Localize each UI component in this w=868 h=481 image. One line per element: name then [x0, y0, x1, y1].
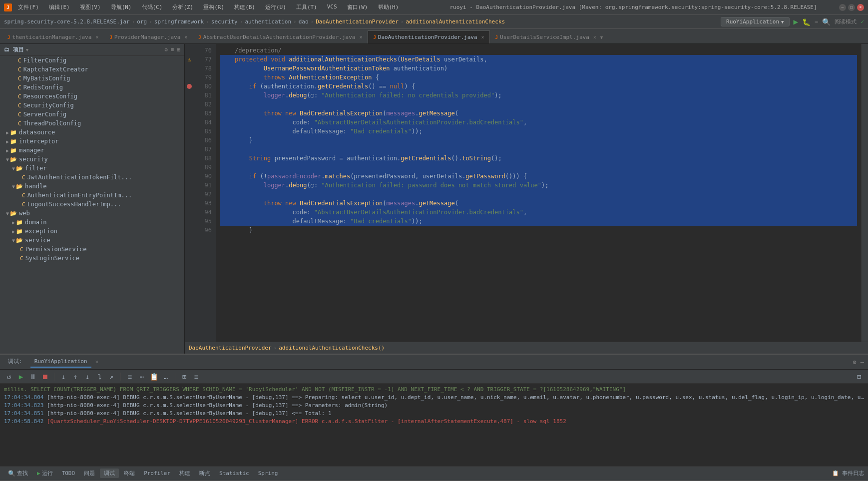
nav-org[interactable]: org — [137, 18, 147, 25]
run-toolbar-button[interactable]: ▶ 运行 — [33, 469, 57, 478]
tab-close-icon[interactable]: × — [359, 34, 362, 40]
run-button[interactable]: ▶ — [794, 17, 799, 26]
step-over-button[interactable]: ↓ — [58, 372, 68, 382]
tree-item-auth-entry-point[interactable]: C AuthenticationEntryPointIm... — [0, 191, 184, 200]
debug-output[interactable]: millis. SELECT COUNT(TRIGGER_NAME) FROM … — [0, 384, 868, 466]
sidebar-expand-icon[interactable]: ⊞ — [177, 46, 180, 53]
tree-item-datasource[interactable]: ▶ 📁 datasource — [0, 128, 184, 137]
restart-button[interactable]: ↺ — [4, 372, 14, 382]
tree-item-web[interactable]: ▼ 📂 web — [0, 209, 184, 218]
tree-item-service[interactable]: ▼ 📂 service — [0, 236, 184, 245]
run-config-selector[interactable]: RuoYiApplication ▼ — [721, 17, 789, 26]
tree-item-manager[interactable]: ▶ 📁 manager — [0, 146, 184, 155]
panel-settings-icon[interactable]: ⚙ — [853, 359, 857, 366]
project-chevron[interactable]: ▼ — [26, 47, 28, 52]
tree-item-domain[interactable]: ▶ 📁 domain — [0, 218, 184, 227]
todo-button[interactable]: TODO — [58, 469, 79, 478]
terminal-button[interactable]: 终端 — [120, 469, 139, 478]
statistic-button[interactable]: Statistic — [215, 469, 253, 478]
nav-authentication[interactable]: authentication — [245, 18, 291, 25]
tree-item-jwt-filter[interactable]: C JwtAuthenticationTokenFilt... — [0, 173, 184, 182]
tree-item-filter-config[interactable]: C FilterConfig — [0, 56, 184, 65]
nav-security[interactable]: security — [211, 18, 238, 25]
tree-item-filter[interactable]: ▼ 📂 filter — [0, 164, 184, 173]
chevron-down-icon[interactable]: ▼ — [600, 35, 603, 40]
problems-button[interactable]: 问题 — [80, 469, 99, 478]
nav-class[interactable]: DaoAuthenticationProvider — [316, 18, 399, 25]
copy-button[interactable]: 📋 — [149, 372, 159, 382]
tree-item-server[interactable]: C ServerConfig — [0, 110, 184, 119]
debug-button[interactable]: 🐛 — [802, 18, 811, 26]
tree-item-logout-handler[interactable]: C LogoutSuccessHandlerImp... — [0, 200, 184, 209]
right-scrollbar[interactable] — [861, 44, 868, 342]
sidebar-settings-icon[interactable]: ⚙ — [164, 46, 168, 53]
table-view-button[interactable]: ⊞ — [179, 372, 189, 382]
pause-button[interactable]: ⏸ — [28, 372, 38, 382]
menu-file[interactable]: 文件(F) — [16, 2, 41, 12]
reader-mode-label[interactable]: 阅读模式 — [835, 18, 857, 25]
nav-method[interactable]: additionalAuthenticationChecks — [406, 18, 505, 25]
close-button[interactable]: × — [857, 4, 864, 11]
tree-item-security-config[interactable]: C SecurityConfig — [0, 101, 184, 110]
menu-help[interactable]: 帮助(H) — [376, 2, 401, 12]
build-button[interactable]: 构建 — [175, 469, 194, 478]
minimize-button[interactable]: — — [839, 4, 846, 11]
tree-item-sys-login-service[interactable]: C SysLoginService — [0, 254, 184, 263]
breakpoint-icon[interactable] — [187, 84, 192, 89]
nav-dao[interactable]: dao — [299, 18, 309, 25]
tab-close-icon[interactable]: × — [481, 34, 484, 40]
checkmark-icon[interactable]: ✓ — [861, 18, 864, 25]
tab-close-icon[interactable]: × — [95, 34, 98, 40]
menu-tools[interactable]: 工具(T) — [294, 2, 319, 12]
more-run-options[interactable]: ⋯ — [815, 18, 818, 25]
sidebar-collapse-icon[interactable]: ≡ — [171, 46, 174, 53]
tab-close-icon[interactable]: × — [593, 34, 596, 40]
tree-item-exception[interactable]: ▶ 📁 exception — [0, 227, 184, 236]
tree-item-redis[interactable]: C RedisConfig — [0, 83, 184, 92]
stop-button[interactable]: ⏹ — [40, 372, 50, 382]
menu-edit[interactable]: 编辑(E) — [47, 2, 72, 12]
tree-item-mybatis[interactable]: C MyBatisConfig — [0, 74, 184, 83]
step-into-button[interactable]: ↑ — [70, 372, 80, 382]
code-content[interactable]: /deprecation/ protected void additionalA… — [216, 44, 861, 342]
maximize-button[interactable]: □ — [848, 4, 855, 11]
step-out-button[interactable]: ↓ — [82, 372, 92, 382]
tab-dao-auth-provider[interactable]: J DaoAuthenticationProvider.java × — [368, 30, 489, 43]
tree-item-resources[interactable]: C ResourcesConfig — [0, 92, 184, 101]
nav-springframework[interactable]: springframework — [154, 18, 204, 25]
menu-build[interactable]: 构建(B) — [232, 2, 257, 12]
tree-item-kaptcha[interactable]: C KaptchaTextCreator — [0, 65, 184, 74]
run-to-cursor-button[interactable]: ⤵ — [94, 372, 104, 382]
menu-view[interactable]: 视图(V) — [78, 2, 103, 12]
tab-authentication-manager[interactable]: J thenticationManager.java × — [2, 30, 104, 43]
menu-window[interactable]: 窗口(W) — [345, 2, 370, 12]
tree-item-threadpool[interactable]: C ThreadPoolConfig — [0, 119, 184, 128]
menu-code[interactable]: 代码(C) — [140, 2, 165, 12]
evaluate-button[interactable]: ↗ — [106, 372, 116, 382]
tree-item-handle[interactable]: ▼ 📂 handle — [0, 182, 184, 191]
method-breadcrumb[interactable]: additionalAuthenticationChecks() — [279, 345, 385, 351]
menu-vcs[interactable]: VCS — [325, 2, 339, 12]
search-everywhere-icon[interactable]: 🔍 — [822, 18, 831, 26]
debug-tab-app[interactable]: RuoYiApplication — [30, 356, 91, 368]
debug-toolbar-btn[interactable]: 调试 — [100, 469, 119, 478]
menu-nav[interactable]: 导航(N) — [109, 2, 134, 12]
settings-button[interactable]: ≡ — [125, 372, 135, 382]
panel-layout-button[interactable]: ⊟ — [854, 372, 864, 382]
tab-user-details-service[interactable]: J UserDetailsServiceImpl.java × ▼ — [490, 30, 609, 43]
menu-refactor[interactable]: 重构(R) — [201, 2, 226, 12]
menu-analyze[interactable]: 分析(Z) — [170, 2, 195, 12]
breakpoints-button[interactable]: 断点 — [195, 469, 214, 478]
profiler-button[interactable]: Profiler — [140, 469, 174, 478]
menu-run[interactable]: 运行(U) — [263, 2, 288, 12]
nav-jar[interactable]: spring-security-core-5.2.8.RELEASE.jar — [4, 18, 130, 25]
more-button[interactable]: ⋯ — [137, 372, 147, 382]
filter-button[interactable]: … — [161, 372, 171, 382]
tree-item-interceptor[interactable]: ▶ 📁 interceptor — [0, 137, 184, 146]
tree-item-security[interactable]: ▼ 📂 security — [0, 155, 184, 164]
spring-button[interactable]: Spring — [254, 469, 282, 478]
list-view-button[interactable]: ≡ — [191, 372, 201, 382]
tab-provider-manager[interactable]: J ProviderManager.java × — [104, 30, 193, 43]
class-breadcrumb[interactable]: DaoAuthenticationProvider — [189, 345, 272, 351]
tab-close-icon[interactable]: × — [184, 34, 187, 40]
